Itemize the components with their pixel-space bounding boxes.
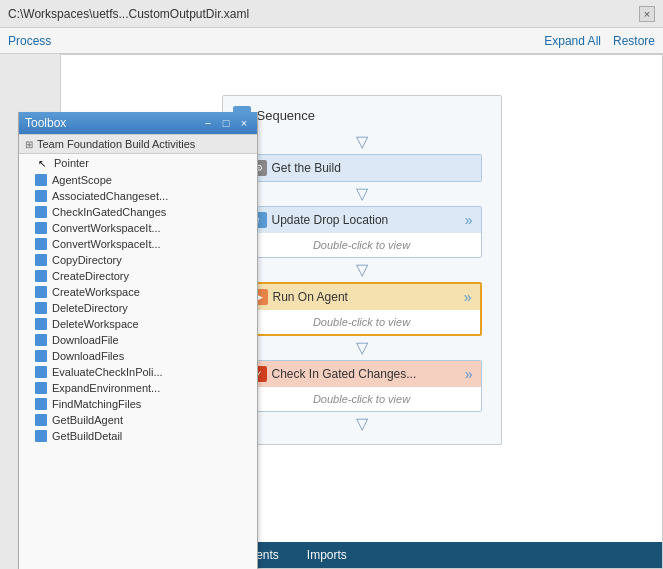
toolbox-float-icon[interactable]: □ [219, 117, 233, 129]
activity-header-left: ⚙ Get the Build [251, 160, 341, 176]
activity-header-left-2: ↑ Update Drop Location [251, 212, 389, 228]
createworkspace-icon [35, 286, 47, 298]
toolbox-item-agentscope[interactable]: AgentScope [19, 172, 257, 188]
arrow-1: ▽ [356, 184, 368, 204]
createdirectory-icon [35, 270, 47, 282]
toolbox-item-label: CheckInGatedChanges [52, 206, 166, 218]
toolbox-section-header[interactable]: ⊞ Team Foundation Build Activities [19, 134, 257, 154]
toolbox-item-label: AgentScope [52, 174, 112, 186]
sequence-header: Sequence [233, 106, 491, 124]
convert2-icon [35, 238, 47, 250]
activity-title-run-on-agent: Run On Agent [273, 290, 348, 304]
toolbox-item-copydirectory[interactable]: CopyDirectory [19, 252, 257, 268]
activity-header-check-in: ✓ Check In Gated Changes... » [243, 361, 481, 387]
main-area: Toolbox − □ × ⊞ Team Foundation Build Ac… [0, 54, 663, 569]
toolbox-title: Toolbox [25, 116, 66, 130]
toolbox-item-downloadfile[interactable]: DownloadFile [19, 332, 257, 348]
run-on-agent-expand-icon[interactable]: » [464, 289, 472, 305]
expand-icon [35, 382, 47, 394]
getbuilddetail-icon [35, 430, 47, 442]
sequence-container: Sequence ▽ ⚙ Get the Build [222, 95, 502, 445]
restore-link[interactable]: Restore [613, 34, 655, 48]
toolbox-item-checkingatedchanges[interactable]: CheckInGatedChanges [19, 204, 257, 220]
menu-bar-left: Process [8, 34, 51, 48]
expand-all-link[interactable]: Expand All [544, 34, 601, 48]
getbuildagent-icon [35, 414, 47, 426]
toolbox-item-associatedchangeset[interactable]: AssociatedChangeset... [19, 188, 257, 204]
evaluate-icon [35, 366, 47, 378]
toolbox-item-label: EvaluateCheckInPoli... [52, 366, 163, 378]
title-bar: C:\Workspaces\uetfs...CustomOutputDir.xa… [0, 0, 663, 28]
title-text: C:\Workspaces\uetfs...CustomOutputDir.xa… [8, 7, 633, 21]
toolbox-item-label: AssociatedChangeset... [52, 190, 168, 202]
tab-imports[interactable]: Imports [303, 546, 351, 564]
convert1-icon [35, 222, 47, 234]
arrow-bottom: ▽ [356, 414, 368, 434]
downloadfile-icon [35, 334, 47, 346]
activity-update-drop-location[interactable]: ↑ Update Drop Location » Double-click to… [242, 206, 482, 258]
downloadfiles-icon [35, 350, 47, 362]
sequence-title: Sequence [257, 108, 316, 123]
activity-subtext-run-on-agent: Double-click to view [244, 310, 480, 334]
toolbox-pin-icon[interactable]: − [201, 117, 215, 129]
activity-flow: ▽ ⚙ Get the Build ▽ [233, 132, 491, 434]
menu-bar-right: Expand All Restore [544, 34, 655, 48]
toolbox-item-expandenvironment[interactable]: ExpandEnvironment... [19, 380, 257, 396]
toolbox-item-createdirectory[interactable]: CreateDirectory [19, 268, 257, 284]
activity-get-the-build[interactable]: ⚙ Get the Build [242, 154, 482, 182]
menu-process[interactable]: Process [8, 34, 51, 48]
arrow-top: ▽ [356, 132, 368, 152]
toolbox-item-convertworkspace1[interactable]: ConvertWorkspaceIt... [19, 220, 257, 236]
activity-check-in-gated[interactable]: ✓ Check In Gated Changes... » Double-cli… [242, 360, 482, 412]
menu-bar: Process Expand All Restore [0, 28, 663, 54]
toolbox-item-label: CreateWorkspace [52, 286, 140, 298]
toolbox-item-label: ExpandEnvironment... [52, 382, 160, 394]
toolbox-item-evaluatecheckinpoli[interactable]: EvaluateCheckInPoli... [19, 364, 257, 380]
toolbox-item-label: Pointer [54, 157, 89, 169]
toolbox-panel: Toolbox − □ × ⊞ Team Foundation Build Ac… [18, 112, 258, 569]
copydirectory-icon [35, 254, 47, 266]
agentscope-icon [35, 174, 47, 186]
checkin-icon [35, 206, 47, 218]
section-expand-icon: ⊞ [25, 139, 33, 150]
activity-subtext-update-drop: Double-click to view [243, 233, 481, 257]
close-button[interactable]: × [639, 6, 655, 22]
toolbox-item-label: GetBuildAgent [52, 414, 123, 426]
deletedirectory-icon [35, 302, 47, 314]
activity-title-update-drop: Update Drop Location [272, 213, 389, 227]
toolbox-item-downloadfiles[interactable]: DownloadFiles [19, 348, 257, 364]
pointer-cursor-icon: ↖ [35, 156, 49, 170]
toolbox-item-label: ConvertWorkspaceIt... [52, 222, 161, 234]
toolbox-item-label: DownloadFile [52, 334, 119, 346]
arrow-3: ▽ [356, 338, 368, 358]
toolbox-item-convertworkspace2[interactable]: ConvertWorkspaceIt... [19, 236, 257, 252]
activity-run-on-agent[interactable]: ▶ Run On Agent » Double-click to view [242, 282, 482, 336]
toolbox-item-findmatchingfiles[interactable]: FindMatchingFiles [19, 396, 257, 412]
toolbox-item-label: DeleteDirectory [52, 302, 128, 314]
toolbox-item-label: ConvertWorkspaceIt... [52, 238, 161, 250]
toolbox-item-deletedirectory[interactable]: DeleteDirectory [19, 300, 257, 316]
toolbox-item-label: CreateDirectory [52, 270, 129, 282]
activity-subtext-check-in: Double-click to view [243, 387, 481, 411]
activity-title-check-in: Check In Gated Changes... [272, 367, 417, 381]
toolbox-item-createworkspace[interactable]: CreateWorkspace [19, 284, 257, 300]
associated-icon [35, 190, 47, 202]
toolbox-item-deleteworkspace[interactable]: DeleteWorkspace [19, 316, 257, 332]
toolbox-item-label: DownloadFiles [52, 350, 124, 362]
section-label: Team Foundation Build Activities [37, 138, 195, 150]
arrow-2: ▽ [356, 260, 368, 280]
toolbox-list: ↖ Pointer AgentScope AssociatedChangeset… [19, 154, 257, 569]
toolbox-item-pointer[interactable]: ↖ Pointer [19, 154, 257, 172]
toolbox-item-label: GetBuildDetail [52, 430, 122, 442]
check-in-expand-icon[interactable]: » [465, 366, 473, 382]
activity-header-run-on-agent: ▶ Run On Agent » [244, 284, 480, 310]
toolbox-item-label: CopyDirectory [52, 254, 122, 266]
activity-header-update-drop: ↑ Update Drop Location » [243, 207, 481, 233]
update-drop-expand-icon[interactable]: » [465, 212, 473, 228]
toolbox-item-getbuilddetail[interactable]: GetBuildDetail [19, 428, 257, 444]
activity-header-get-the-build: ⚙ Get the Build [243, 155, 481, 181]
toolbox-item-getbuildagent[interactable]: GetBuildAgent [19, 412, 257, 428]
toolbox-header-icons: − □ × [201, 117, 251, 129]
toolbox-close-icon[interactable]: × [237, 117, 251, 129]
toolbox-header: Toolbox − □ × [19, 112, 257, 134]
